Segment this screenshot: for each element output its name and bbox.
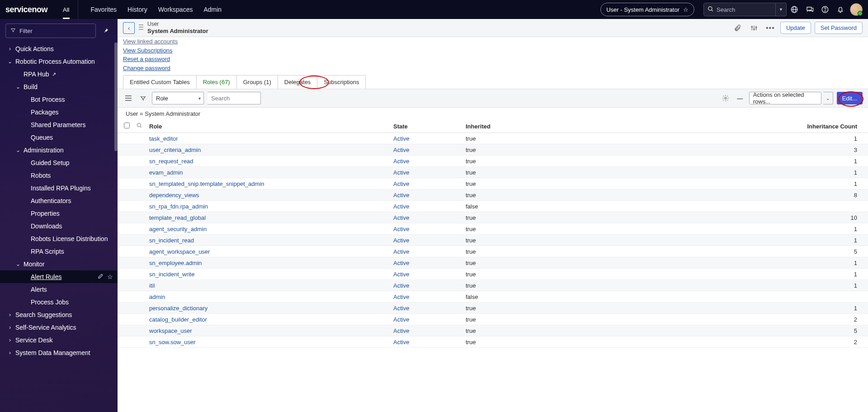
state-cell[interactable]: Active xyxy=(390,269,462,280)
state-cell[interactable]: Active xyxy=(390,189,462,201)
role-link[interactable]: sn_templated_snip.template_snippet_admin xyxy=(149,180,264,187)
table-row[interactable]: adminActivefalse xyxy=(118,291,868,303)
link-view-subscriptions[interactable]: View Subscriptions xyxy=(123,46,173,55)
breadcrumb[interactable]: User = System Administrator xyxy=(118,108,868,120)
col-state[interactable]: State xyxy=(390,120,462,133)
table-row[interactable]: sn_incident_writeActivetrue1 xyxy=(118,269,868,280)
nav-item[interactable]: Packages xyxy=(0,106,118,118)
back-button[interactable]: ‹ xyxy=(123,22,135,34)
nav-item[interactable]: ⌄Build xyxy=(0,81,118,93)
nav-workspaces[interactable]: Workspaces xyxy=(153,0,198,19)
role-link[interactable]: personalize_dictionary xyxy=(149,305,208,312)
nav-item[interactable]: ›Search Suggestions xyxy=(0,308,118,321)
role-link[interactable]: catalog_builder_editor xyxy=(149,316,207,323)
nav-item[interactable]: RPA Scripts xyxy=(0,245,118,258)
table-row[interactable]: catalog_builder_editorActivetrue2 xyxy=(118,314,868,325)
table-row[interactable]: user_criteria_adminActivetrue3 xyxy=(118,144,868,156)
role-link[interactable]: sn_employee.admin xyxy=(149,260,202,266)
actions-select[interactable]: Actions on selected rows... xyxy=(749,92,821,104)
nav-item[interactable]: ›Quick Actions xyxy=(0,43,118,55)
nav-item[interactable]: Process Jobs xyxy=(0,296,118,308)
table-row[interactable]: sn_templated_snip.template_snippet_admin… xyxy=(118,178,868,189)
scrollbar[interactable] xyxy=(114,43,118,151)
help-icon[interactable] xyxy=(817,2,833,17)
set-password-button[interactable]: Set Password xyxy=(815,22,863,34)
role-link[interactable]: workspace_user xyxy=(149,327,192,334)
state-cell[interactable]: Active xyxy=(390,167,462,178)
table-row[interactable]: evam_adminActivetrue1 xyxy=(118,167,868,178)
role-link[interactable]: sn_incident_read xyxy=(149,237,194,244)
nav-item[interactable]: ›Self-Service Analytics xyxy=(0,321,118,334)
state-cell[interactable]: Active xyxy=(390,133,462,144)
bell-icon[interactable] xyxy=(833,2,848,17)
nav-item[interactable]: Properties xyxy=(0,207,118,220)
actions-dropdown[interactable]: ⌄ xyxy=(823,92,833,104)
role-link[interactable]: evam_admin xyxy=(149,169,183,176)
table-row[interactable]: sn_request_readActivetrue1 xyxy=(118,156,868,167)
table-row[interactable]: agent_security_adminActivetrue1 xyxy=(118,223,868,235)
table-row[interactable]: workspace_userActivetrue5 xyxy=(118,325,868,336)
logo[interactable]: servicenow xyxy=(5,5,47,14)
table-row[interactable]: sn_rpa_fdn.rpa_adminActivefalse xyxy=(118,201,868,212)
table-row[interactable]: agent_workspace_userActivetrue5 xyxy=(118,246,868,257)
role-link[interactable]: dependency_views xyxy=(149,192,199,199)
table-row[interactable]: sn_sow.sow_userActivetrue2 xyxy=(118,336,868,348)
nav-item[interactable]: Shared Parameters xyxy=(0,118,118,131)
nav-favorites[interactable]: Favorites xyxy=(85,0,123,19)
edit-icon[interactable] xyxy=(98,273,104,280)
table-row[interactable]: template_read_globalActivetrue10 xyxy=(118,212,868,223)
role-link[interactable]: agent_security_admin xyxy=(149,226,207,232)
nav-item[interactable]: Guided Setup xyxy=(0,156,118,169)
state-cell[interactable]: Active xyxy=(390,223,462,235)
role-link[interactable]: sn_request_read xyxy=(149,158,193,165)
state-cell[interactable]: Active xyxy=(390,291,462,303)
avatar[interactable] xyxy=(850,3,863,16)
nav-item[interactable]: ⌄Robotic Process Automation xyxy=(0,55,118,68)
role-link[interactable]: user_criteria_admin xyxy=(149,147,201,153)
list-filter-icon[interactable] xyxy=(137,93,148,104)
nav-item[interactable]: Alert Rules☆ xyxy=(0,270,118,283)
chat-icon[interactable] xyxy=(802,2,817,17)
table-row[interactable]: task_editorActivetrue1 xyxy=(118,133,868,144)
tab-roles[interactable]: Roles (67) xyxy=(196,75,237,89)
nav-item[interactable]: Authenticators xyxy=(0,194,118,207)
list-search-input[interactable] xyxy=(208,92,261,104)
nav-filter[interactable]: Filter xyxy=(5,24,96,38)
state-cell[interactable]: Active xyxy=(390,212,462,223)
nav-history[interactable]: History xyxy=(122,0,153,19)
nav-item[interactable]: Alerts xyxy=(0,283,118,296)
state-cell[interactable]: Active xyxy=(390,201,462,212)
global-search[interactable]: Search xyxy=(703,3,776,16)
state-cell[interactable]: Active xyxy=(390,178,462,189)
nav-item[interactable]: Robots xyxy=(0,169,118,182)
nav-item[interactable]: Downloads xyxy=(0,220,118,232)
nav-admin[interactable]: Admin xyxy=(198,0,227,19)
nav-item[interactable]: ⌄Monitor xyxy=(0,258,118,270)
personalize-list-icon[interactable] xyxy=(720,93,731,104)
search-field-select[interactable]: Role xyxy=(152,92,204,104)
col-role[interactable]: Role xyxy=(146,120,390,133)
nav-item[interactable]: Bot Process xyxy=(0,93,118,106)
attachment-icon[interactable] xyxy=(731,22,744,34)
state-cell[interactable]: Active xyxy=(390,246,462,257)
link-change-password[interactable]: Change password xyxy=(123,64,170,73)
pin-icon[interactable] xyxy=(99,24,112,37)
select-all-checkbox[interactable] xyxy=(124,123,130,128)
globe-icon[interactable] xyxy=(787,2,802,17)
more-icon[interactable]: ••• xyxy=(764,22,777,34)
nav-item[interactable]: ⌄Administration xyxy=(0,144,118,156)
collapse-icon[interactable]: — xyxy=(735,93,745,104)
state-cell[interactable]: Active xyxy=(390,144,462,156)
role-link[interactable]: itil xyxy=(149,282,155,289)
col-inheritance-count[interactable]: Inheritance Count xyxy=(552,120,868,133)
state-cell[interactable]: Active xyxy=(390,325,462,336)
tab-subscriptions[interactable]: Subscriptions xyxy=(317,75,366,89)
role-link[interactable]: task_editor xyxy=(149,135,178,142)
role-link[interactable]: admin xyxy=(149,294,165,300)
col-inherited[interactable]: Inherited xyxy=(462,120,552,133)
table-row[interactable]: dependency_viewsActivetrue8 xyxy=(118,189,868,201)
star-outline-icon[interactable]: ☆ xyxy=(107,273,113,280)
update-button[interactable]: Update xyxy=(780,22,811,34)
state-cell[interactable]: Active xyxy=(390,303,462,314)
link-reset-password[interactable]: Reset a password xyxy=(123,55,170,64)
